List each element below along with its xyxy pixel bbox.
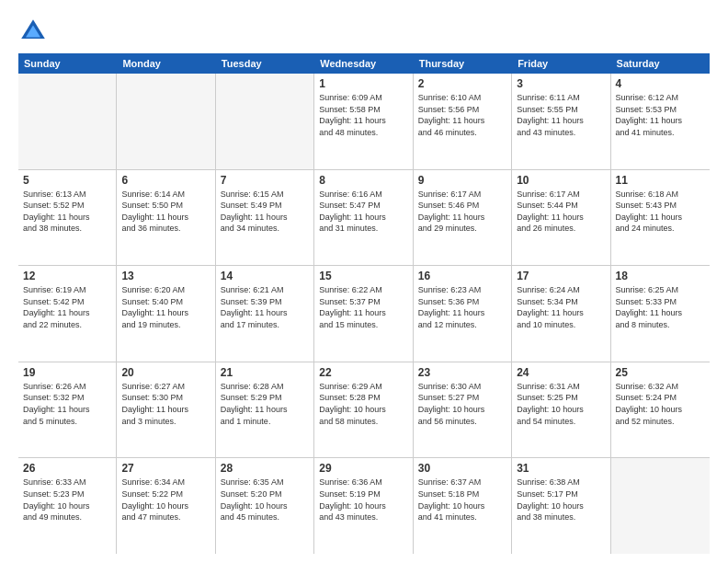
day-cell-30: 30Sunrise: 6:37 AM Sunset: 5:18 PM Dayli… bbox=[414, 458, 512, 554]
day-cell-2: 2Sunrise: 6:10 AM Sunset: 5:56 PM Daylig… bbox=[414, 74, 512, 169]
day-info: Sunrise: 6:28 AM Sunset: 5:29 PM Dayligh… bbox=[221, 381, 309, 427]
day-number: 1 bbox=[319, 77, 407, 90]
calendar-row-4: 19Sunrise: 6:26 AM Sunset: 5:32 PM Dayli… bbox=[18, 362, 710, 459]
day-number: 29 bbox=[319, 462, 407, 475]
day-info: Sunrise: 6:15 AM Sunset: 5:49 PM Dayligh… bbox=[221, 189, 309, 235]
day-number: 4 bbox=[616, 77, 705, 90]
day-number: 30 bbox=[418, 462, 506, 475]
day-info: Sunrise: 6:19 AM Sunset: 5:42 PM Dayligh… bbox=[23, 284, 111, 330]
day-info: Sunrise: 6:38 AM Sunset: 5:17 PM Dayligh… bbox=[517, 477, 605, 523]
day-info: Sunrise: 6:10 AM Sunset: 5:56 PM Dayligh… bbox=[418, 92, 506, 138]
calendar-row-3: 12Sunrise: 6:19 AM Sunset: 5:42 PM Dayli… bbox=[18, 266, 710, 362]
calendar-body: 1Sunrise: 6:09 AM Sunset: 5:58 PM Daylig… bbox=[18, 74, 710, 554]
day-cell-3: 3Sunrise: 6:11 AM Sunset: 5:55 PM Daylig… bbox=[512, 74, 610, 169]
weekday-header-sunday: Sunday bbox=[18, 53, 117, 74]
day-cell-21: 21Sunrise: 6:28 AM Sunset: 5:29 PM Dayli… bbox=[216, 362, 314, 458]
day-cell-5: 5Sunrise: 6:13 AM Sunset: 5:52 PM Daylig… bbox=[18, 170, 117, 266]
day-number: 17 bbox=[517, 270, 605, 282]
day-cell-1: 1Sunrise: 6:09 AM Sunset: 5:58 PM Daylig… bbox=[314, 74, 413, 169]
day-number: 18 bbox=[616, 270, 705, 282]
day-number: 24 bbox=[517, 366, 605, 379]
day-cell-24: 24Sunrise: 6:31 AM Sunset: 5:25 PM Dayli… bbox=[512, 362, 610, 458]
day-info: Sunrise: 6:13 AM Sunset: 5:52 PM Dayligh… bbox=[23, 189, 111, 235]
calendar-header: SundayMondayTuesdayWednesdayThursdayFrid… bbox=[18, 53, 710, 74]
day-info: Sunrise: 6:23 AM Sunset: 5:36 PM Dayligh… bbox=[418, 284, 506, 330]
day-cell-12: 12Sunrise: 6:19 AM Sunset: 5:42 PM Dayli… bbox=[18, 266, 117, 362]
day-number: 25 bbox=[616, 366, 705, 379]
day-cell-20: 20Sunrise: 6:27 AM Sunset: 5:30 PM Dayli… bbox=[117, 362, 215, 458]
day-cell-7: 7Sunrise: 6:15 AM Sunset: 5:49 PM Daylig… bbox=[216, 170, 314, 266]
day-cell-18: 18Sunrise: 6:25 AM Sunset: 5:33 PM Dayli… bbox=[611, 266, 710, 362]
day-info: Sunrise: 6:22 AM Sunset: 5:37 PM Dayligh… bbox=[319, 284, 407, 330]
day-info: Sunrise: 6:27 AM Sunset: 5:30 PM Dayligh… bbox=[121, 381, 210, 427]
day-info: Sunrise: 6:20 AM Sunset: 5:40 PM Dayligh… bbox=[121, 284, 210, 330]
day-info: Sunrise: 6:17 AM Sunset: 5:46 PM Dayligh… bbox=[418, 189, 506, 235]
day-cell-27: 27Sunrise: 6:34 AM Sunset: 5:22 PM Dayli… bbox=[117, 458, 215, 554]
day-number: 6 bbox=[121, 174, 210, 187]
day-number: 11 bbox=[616, 174, 705, 187]
day-info: Sunrise: 6:36 AM Sunset: 5:19 PM Dayligh… bbox=[319, 477, 407, 523]
day-cell-9: 9Sunrise: 6:17 AM Sunset: 5:46 PM Daylig… bbox=[414, 170, 512, 266]
header bbox=[18, 17, 710, 46]
day-info: Sunrise: 6:30 AM Sunset: 5:27 PM Dayligh… bbox=[418, 381, 506, 427]
empty-cell bbox=[611, 458, 710, 554]
day-cell-28: 28Sunrise: 6:35 AM Sunset: 5:20 PM Dayli… bbox=[216, 458, 314, 554]
day-cell-6: 6Sunrise: 6:14 AM Sunset: 5:50 PM Daylig… bbox=[117, 170, 215, 266]
day-cell-16: 16Sunrise: 6:23 AM Sunset: 5:36 PM Dayli… bbox=[414, 266, 512, 362]
day-info: Sunrise: 6:26 AM Sunset: 5:32 PM Dayligh… bbox=[23, 381, 111, 427]
day-info: Sunrise: 6:29 AM Sunset: 5:28 PM Dayligh… bbox=[319, 381, 407, 427]
weekday-header-tuesday: Tuesday bbox=[216, 53, 314, 74]
day-info: Sunrise: 6:34 AM Sunset: 5:22 PM Dayligh… bbox=[121, 477, 210, 523]
day-number: 19 bbox=[23, 366, 111, 379]
day-number: 20 bbox=[121, 366, 210, 379]
calendar-row-5: 26Sunrise: 6:33 AM Sunset: 5:23 PM Dayli… bbox=[18, 458, 710, 554]
day-number: 16 bbox=[418, 270, 506, 282]
day-cell-8: 8Sunrise: 6:16 AM Sunset: 5:47 PM Daylig… bbox=[314, 170, 413, 266]
day-info: Sunrise: 6:11 AM Sunset: 5:55 PM Dayligh… bbox=[517, 92, 605, 138]
day-info: Sunrise: 6:24 AM Sunset: 5:34 PM Dayligh… bbox=[517, 284, 605, 330]
day-number: 8 bbox=[319, 174, 407, 187]
day-cell-10: 10Sunrise: 6:17 AM Sunset: 5:44 PM Dayli… bbox=[512, 170, 610, 266]
day-cell-14: 14Sunrise: 6:21 AM Sunset: 5:39 PM Dayli… bbox=[216, 266, 314, 362]
day-number: 23 bbox=[418, 366, 506, 379]
day-info: Sunrise: 6:35 AM Sunset: 5:20 PM Dayligh… bbox=[221, 477, 309, 523]
day-number: 26 bbox=[23, 462, 111, 475]
day-number: 7 bbox=[221, 174, 309, 187]
weekday-header-thursday: Thursday bbox=[414, 53, 512, 74]
empty-cell bbox=[117, 74, 215, 169]
day-info: Sunrise: 6:14 AM Sunset: 5:50 PM Dayligh… bbox=[121, 189, 210, 235]
day-cell-15: 15Sunrise: 6:22 AM Sunset: 5:37 PM Dayli… bbox=[314, 266, 413, 362]
day-info: Sunrise: 6:25 AM Sunset: 5:33 PM Dayligh… bbox=[616, 284, 705, 330]
day-cell-19: 19Sunrise: 6:26 AM Sunset: 5:32 PM Dayli… bbox=[18, 362, 117, 458]
calendar-row-1: 1Sunrise: 6:09 AM Sunset: 5:58 PM Daylig… bbox=[18, 74, 710, 170]
weekday-header-wednesday: Wednesday bbox=[314, 53, 413, 74]
day-cell-17: 17Sunrise: 6:24 AM Sunset: 5:34 PM Dayli… bbox=[512, 266, 610, 362]
logo bbox=[18, 17, 51, 46]
page: SundayMondayTuesdayWednesdayThursdayFrid… bbox=[0, 0, 728, 563]
day-info: Sunrise: 6:21 AM Sunset: 5:39 PM Dayligh… bbox=[221, 284, 309, 330]
day-number: 3 bbox=[517, 77, 605, 90]
day-info: Sunrise: 6:37 AM Sunset: 5:18 PM Dayligh… bbox=[418, 477, 506, 523]
day-info: Sunrise: 6:18 AM Sunset: 5:43 PM Dayligh… bbox=[616, 189, 705, 235]
day-number: 9 bbox=[418, 174, 506, 187]
calendar: SundayMondayTuesdayWednesdayThursdayFrid… bbox=[18, 53, 710, 554]
day-cell-11: 11Sunrise: 6:18 AM Sunset: 5:43 PM Dayli… bbox=[611, 170, 710, 266]
day-number: 14 bbox=[221, 270, 309, 282]
empty-cell bbox=[216, 74, 314, 169]
day-number: 21 bbox=[221, 366, 309, 379]
day-number: 13 bbox=[121, 270, 210, 282]
day-info: Sunrise: 6:33 AM Sunset: 5:23 PM Dayligh… bbox=[23, 477, 111, 523]
day-cell-23: 23Sunrise: 6:30 AM Sunset: 5:27 PM Dayli… bbox=[414, 362, 512, 458]
empty-cell bbox=[18, 74, 117, 169]
day-cell-22: 22Sunrise: 6:29 AM Sunset: 5:28 PM Dayli… bbox=[314, 362, 413, 458]
day-number: 31 bbox=[517, 462, 605, 475]
day-cell-4: 4Sunrise: 6:12 AM Sunset: 5:53 PM Daylig… bbox=[611, 74, 710, 169]
day-number: 15 bbox=[319, 270, 407, 282]
day-number: 27 bbox=[121, 462, 210, 475]
day-info: Sunrise: 6:31 AM Sunset: 5:25 PM Dayligh… bbox=[517, 381, 605, 427]
day-info: Sunrise: 6:16 AM Sunset: 5:47 PM Dayligh… bbox=[319, 189, 407, 235]
day-info: Sunrise: 6:17 AM Sunset: 5:44 PM Dayligh… bbox=[517, 189, 605, 235]
calendar-row-2: 5Sunrise: 6:13 AM Sunset: 5:52 PM Daylig… bbox=[18, 170, 710, 267]
day-cell-13: 13Sunrise: 6:20 AM Sunset: 5:40 PM Dayli… bbox=[117, 266, 215, 362]
day-cell-31: 31Sunrise: 6:38 AM Sunset: 5:17 PM Dayli… bbox=[512, 458, 610, 554]
